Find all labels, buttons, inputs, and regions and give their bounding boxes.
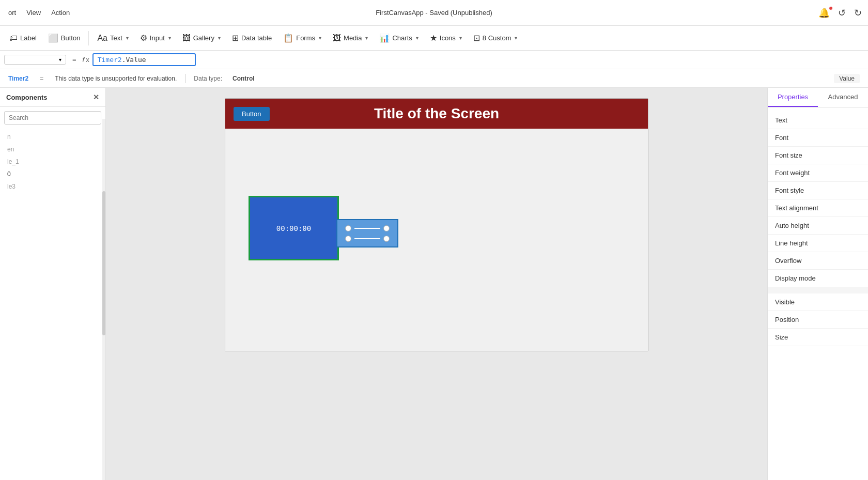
- menu-view[interactable]: View: [22, 7, 45, 19]
- prop-overflow[interactable]: Overflow: [768, 252, 868, 270]
- timer2-box[interactable]: [336, 219, 398, 247]
- list-item[interactable]: en: [0, 143, 105, 156]
- timer2-circle-1: [345, 225, 351, 231]
- toolbar-datatable[interactable]: ⊞ Data table: [227, 30, 277, 46]
- prop-line-height[interactable]: Line height: [768, 235, 868, 252]
- fbar2-subitem[interactable]: Value: [834, 74, 860, 83]
- toolbar: 🏷 Label ⬜ Button Aa Text ▾ ⚙ Input ▾ 🖼 G…: [0, 26, 868, 51]
- timer2-line-2: [354, 238, 380, 239]
- tab-advanced[interactable]: Advanced: [818, 88, 868, 107]
- toolbar-label-text: Label: [20, 34, 37, 42]
- toolbar-gallery-label: Gallery: [193, 34, 214, 42]
- formula-part1: Timer2: [98, 56, 122, 64]
- toolbar-gallery[interactable]: 🖼 Gallery ▾: [177, 30, 226, 46]
- right-panel-properties: Text Font Font size Font weight Font sty…: [768, 107, 868, 480]
- list-item[interactable]: le3: [0, 180, 105, 193]
- fbar2-message: This data type is unsupported for evalua…: [55, 75, 177, 82]
- screen-title: Title of the Screen: [374, 105, 499, 122]
- canvas-area[interactable]: Button Title of the Screen 00:00:00: [106, 88, 767, 480]
- formulabar-input[interactable]: Timer2.Value: [92, 53, 196, 66]
- prop-font-style[interactable]: Font style: [768, 182, 868, 199]
- list-item[interactable]: le_1: [0, 156, 105, 168]
- forms-chevron-icon: ▾: [319, 35, 321, 41]
- button-icon: ⬜: [48, 33, 58, 43]
- left-panel: Components ✕ n en le_1 0 le3: [0, 88, 106, 480]
- fx-x: x: [86, 56, 89, 64]
- screen-button[interactable]: Button: [234, 107, 270, 121]
- top-menu-bar: ort View Action FirstCanvasApp - Saved (…: [0, 0, 868, 26]
- prop-position[interactable]: Position: [768, 311, 868, 329]
- toolbar-label[interactable]: 🏷 Label: [4, 30, 42, 46]
- formula-bar: ▾ = f x Timer2.Value: [0, 51, 868, 69]
- forms-icon: 📋: [283, 33, 293, 43]
- prop-size[interactable]: Size: [768, 329, 868, 346]
- gallery-chevron-icon: ▾: [218, 35, 221, 41]
- toolbar-custom[interactable]: ⊡ 8 Custom ▾: [468, 30, 523, 46]
- timer2-inner: [345, 225, 390, 242]
- toolbar-text-label: Text: [110, 34, 122, 42]
- toolbar-charts[interactable]: 📊 Charts ▾: [374, 30, 423, 46]
- notification-bell[interactable]: 🔔: [816, 7, 832, 19]
- charts-chevron-icon: ▾: [416, 35, 419, 41]
- list-item[interactable]: 0: [0, 168, 105, 180]
- custom-icon: ⊡: [473, 33, 480, 43]
- prop-visible[interactable]: Visible: [768, 293, 868, 311]
- toolbar-icons[interactable]: ★ Icons ▾: [425, 30, 467, 46]
- formulabar-equals: =: [69, 56, 80, 64]
- toolbar-button-text: Button: [61, 34, 81, 42]
- prop-text-alignment[interactable]: Text alignment: [768, 199, 868, 217]
- redo-icon[interactable]: ↻: [852, 5, 864, 21]
- formula-validation-bar: Timer2 = This data type is unsupported f…: [0, 69, 868, 88]
- toolbar-button[interactable]: ⬜ Button: [43, 30, 86, 46]
- media-icon: 🖼: [333, 34, 341, 43]
- prop-font-weight[interactable]: Font weight: [768, 164, 868, 182]
- prop-font[interactable]: Font: [768, 129, 868, 147]
- timer1-box[interactable]: 00:00:00: [249, 196, 339, 260]
- toolbar-datatable-label: Data table: [241, 34, 272, 42]
- fx-label: f: [83, 56, 85, 64]
- undo-icon[interactable]: ↺: [836, 5, 848, 21]
- fbar2-dt-label: Data type:: [194, 75, 222, 82]
- icons-icon: ★: [430, 33, 437, 43]
- input-icon: ⚙: [140, 33, 147, 43]
- text-icon: Aa: [97, 34, 107, 43]
- list-item[interactable]: n: [0, 131, 105, 143]
- menu-action[interactable]: Action: [47, 7, 74, 19]
- timer1-display: 00:00:00: [276, 224, 311, 233]
- toolbar-input[interactable]: ⚙ Input ▾: [135, 30, 176, 46]
- screen-container: Button Title of the Screen 00:00:00: [225, 98, 648, 351]
- tab-properties[interactable]: Properties: [768, 88, 818, 107]
- formula-part2: .Value: [122, 56, 146, 64]
- datatable-icon: ⊞: [232, 33, 239, 43]
- prop-auto-height[interactable]: Auto height: [768, 217, 868, 235]
- prop-font-size[interactable]: Font size: [768, 147, 868, 164]
- formulabar-dropdown[interactable]: ▾: [4, 55, 66, 65]
- timer2-circle-4: [383, 236, 390, 242]
- toolbar-text[interactable]: Aa Text ▾: [92, 30, 133, 46]
- panel-title: Components: [6, 94, 47, 101]
- close-button[interactable]: ✕: [93, 93, 99, 101]
- fbar2-eq: =: [40, 75, 43, 82]
- timer2-line-1: [354, 228, 380, 229]
- fbar2-separator: [185, 74, 185, 83]
- scrollbar-thumb[interactable]: [102, 191, 105, 336]
- toolbar-media[interactable]: 🖼 Media ▾: [328, 30, 373, 46]
- gallery-icon: 🖼: [182, 34, 191, 43]
- scrollbar-track[interactable]: [102, 119, 105, 480]
- menu-ort[interactable]: ort: [4, 7, 20, 19]
- formula-text: Timer2.Value: [98, 56, 146, 64]
- toolbar-charts-label: Charts: [392, 34, 412, 42]
- left-panel-header: Components ✕: [0, 88, 105, 107]
- toolbar-forms[interactable]: 📋 Forms ▾: [278, 30, 327, 46]
- formulabar-dropdown-chevron: ▾: [59, 57, 61, 63]
- timer2-circle-3: [345, 236, 351, 242]
- prop-display-mode[interactable]: Display mode: [768, 270, 868, 287]
- prop-text[interactable]: Text: [768, 112, 868, 129]
- charts-icon: 📊: [379, 33, 390, 43]
- topbar-icons: 🔔 ↺ ↻: [816, 5, 864, 21]
- toolbar-forms-label: Forms: [296, 34, 315, 42]
- panel-search-input[interactable]: [4, 111, 101, 125]
- screen-body: 00:00:00: [225, 129, 648, 351]
- custom-chevron-icon: ▾: [515, 35, 517, 41]
- formulabar-fx-button[interactable]: f x: [83, 56, 89, 64]
